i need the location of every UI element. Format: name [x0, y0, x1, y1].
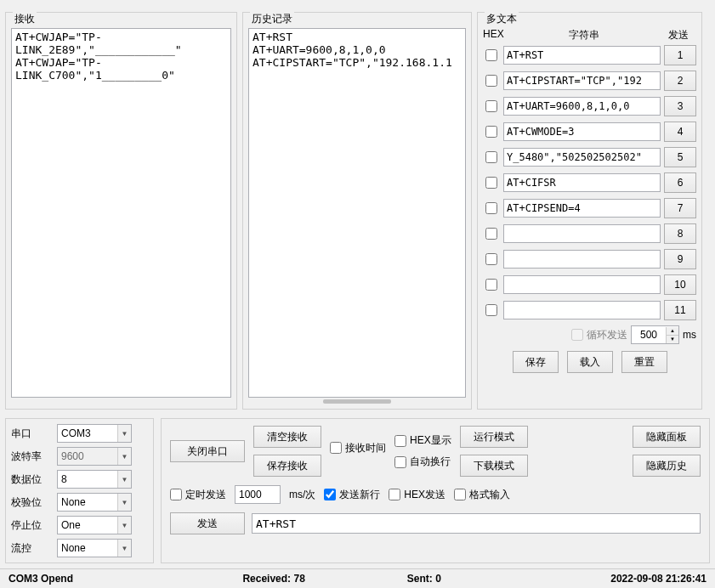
multi-col-string: 字符串 — [507, 28, 661, 42]
multi-row-checkbox[interactable] — [485, 202, 497, 214]
status-received: Received: 78 — [242, 573, 304, 585]
loop-interval-input[interactable] — [632, 327, 666, 342]
multi-row-text-input[interactable] — [503, 71, 661, 90]
multi-row-checkbox[interactable] — [485, 228, 497, 240]
multi-row-send-button[interactable]: 5 — [664, 147, 696, 167]
multi-row-send-button[interactable]: 11 — [664, 300, 696, 320]
multi-row-text-input[interactable] — [503, 224, 661, 243]
close-port-button[interactable]: 关闭串口 — [170, 440, 245, 462]
multi-row-text-input[interactable] — [503, 46, 661, 65]
multi-row-send-button[interactable]: 8 — [664, 223, 696, 244]
multi-row-send-button[interactable]: 9 — [664, 249, 696, 269]
multi-row-text-input[interactable] — [503, 173, 661, 192]
multi-row-checkbox[interactable] — [485, 100, 497, 112]
history-title: 历史记录 — [250, 12, 294, 26]
chevron-down-icon[interactable]: ▼ — [117, 517, 131, 534]
multi-row-send-button[interactable]: 4 — [664, 122, 696, 142]
multi-row-send-button[interactable]: 1 — [664, 45, 696, 65]
databits-combo[interactable]: 8 ▼ — [57, 470, 132, 489]
multi-row: 8 — [483, 223, 696, 244]
timed-interval-input[interactable] — [235, 485, 281, 504]
flow-combo[interactable]: None ▼ — [57, 539, 132, 557]
chevron-down-icon[interactable]: ▼ — [117, 494, 131, 511]
multi-row-text-input[interactable] — [503, 275, 661, 294]
multi-row-text-input[interactable] — [503, 97, 661, 116]
baud-combo[interactable]: 9600 ▼ — [57, 447, 132, 466]
send-newline-checkbox[interactable] — [324, 489, 336, 500]
loop-interval-spinner[interactable]: ▲ ▼ — [631, 325, 679, 344]
multi-row-text-input[interactable] — [503, 199, 661, 218]
timed-unit-label: ms/次 — [289, 488, 315, 502]
history-textarea[interactable] — [248, 28, 466, 398]
port-combo[interactable]: COM3 ▼ — [57, 424, 132, 443]
multi-row-send-button[interactable]: 3 — [664, 96, 696, 116]
port-label: 串口 — [11, 427, 52, 441]
format-input-checkbox[interactable] — [454, 489, 466, 500]
spinner-down-icon[interactable]: ▼ — [667, 336, 678, 343]
multi-text-panel: 多文本 HEX 字符串 发送 1234567891011 循环发送 ▲ ▼ ms… — [477, 12, 702, 410]
clear-recv-button[interactable]: 清空接收 — [253, 426, 321, 448]
send-button[interactable]: 发送 — [170, 512, 245, 534]
hex-send-label: HEX发送 — [404, 488, 445, 502]
parity-combo[interactable]: None ▼ — [57, 493, 132, 512]
auto-wrap-checkbox[interactable] — [394, 456, 406, 468]
multi-row: 5 — [483, 147, 696, 167]
multi-load-button[interactable]: 载入 — [567, 351, 613, 373]
multi-row-checkbox[interactable] — [485, 49, 497, 61]
multi-row-send-button[interactable]: 2 — [664, 71, 696, 91]
multi-row-send-button[interactable]: 7 — [664, 198, 696, 218]
history-panel: 历史记录 — [242, 12, 472, 410]
multi-row: 3 — [483, 96, 696, 116]
multi-col-hex: HEX — [483, 28, 507, 42]
multi-row-text-input[interactable] — [503, 122, 661, 141]
multi-row: 11 — [483, 300, 696, 320]
status-sent: Sent: 0 — [407, 573, 441, 585]
multi-row-send-button[interactable]: 6 — [664, 172, 696, 193]
multi-reset-button[interactable]: 重置 — [621, 351, 667, 373]
spinner-up-icon[interactable]: ▲ — [667, 327, 678, 336]
multi-row-text-input[interactable] — [503, 250, 661, 269]
multi-row-text-input[interactable] — [503, 301, 661, 319]
hex-send-checkbox[interactable] — [389, 489, 400, 500]
hide-history-button[interactable]: 隐藏历史 — [633, 455, 701, 477]
stopbits-value: One — [58, 519, 117, 531]
multi-row-checkbox[interactable] — [485, 151, 497, 163]
multi-row-checkbox[interactable] — [485, 304, 497, 316]
chevron-down-icon[interactable]: ▼ — [117, 425, 131, 442]
chevron-down-icon[interactable]: ▼ — [117, 448, 131, 465]
baud-label: 波特率 — [11, 449, 52, 464]
chevron-down-icon[interactable]: ▼ — [117, 540, 131, 557]
multi-row: 4 — [483, 122, 696, 142]
multi-title: 多文本 — [485, 12, 519, 26]
receive-textarea[interactable] — [11, 28, 231, 398]
send-input[interactable] — [252, 513, 701, 534]
multi-row-text-input[interactable] — [503, 148, 661, 167]
port-settings-panel: 串口 COM3 ▼ 波特率 9600 ▼ 数据位 8 ▼ 校验位 None ▼ — [5, 418, 154, 563]
multi-save-button[interactable]: 保存 — [513, 351, 559, 373]
chevron-down-icon[interactable]: ▼ — [117, 471, 131, 488]
timed-send-checkbox[interactable] — [170, 489, 182, 500]
baud-value: 9600 — [58, 450, 117, 462]
receive-title: 接收 — [13, 12, 37, 26]
stopbits-combo[interactable]: One ▼ — [57, 516, 132, 534]
flow-value: None — [58, 542, 117, 554]
multi-row-checkbox[interactable] — [485, 75, 497, 87]
multi-row-checkbox[interactable] — [485, 177, 497, 189]
multi-row-checkbox[interactable] — [485, 126, 497, 138]
databits-value: 8 — [58, 473, 117, 485]
send-newline-label: 发送新行 — [339, 488, 380, 502]
save-recv-button[interactable]: 保存接收 — [253, 455, 321, 477]
hide-panel-button[interactable]: 隐藏面板 — [633, 426, 701, 448]
multi-header: HEX 字符串 发送 — [483, 28, 696, 42]
loop-send-checkbox[interactable] — [571, 329, 583, 341]
multi-row-checkbox[interactable] — [485, 253, 497, 265]
run-mode-button[interactable]: 运行模式 — [460, 426, 528, 448]
history-scroll-indicator — [323, 399, 391, 404]
hex-display-checkbox[interactable] — [394, 435, 406, 447]
flow-label: 流控 — [11, 541, 52, 556]
multi-row-checkbox[interactable] — [485, 279, 497, 291]
status-port: COM3 Opend — [9, 573, 73, 585]
download-mode-button[interactable]: 下载模式 — [460, 455, 528, 477]
recv-time-checkbox[interactable] — [330, 442, 342, 454]
multi-row-send-button[interactable]: 10 — [664, 274, 696, 295]
